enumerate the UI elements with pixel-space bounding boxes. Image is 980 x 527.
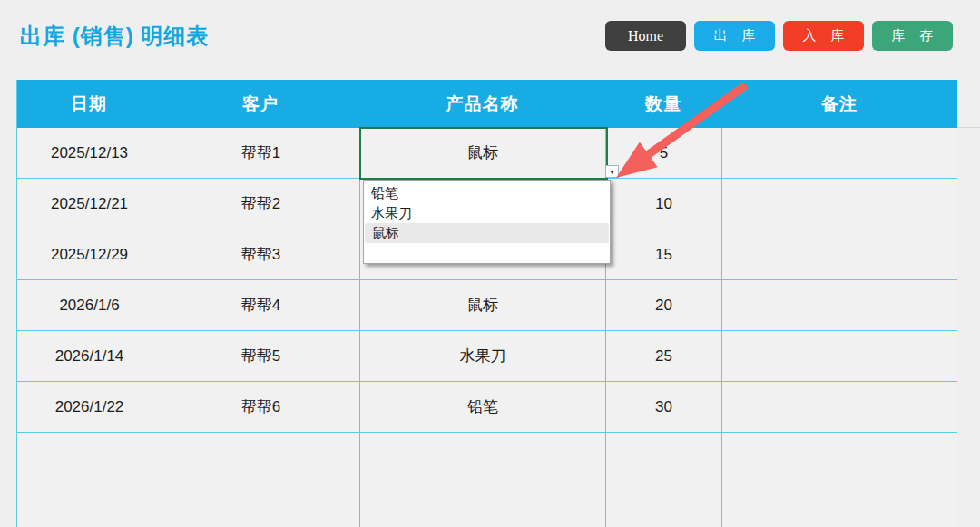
table-row (17, 433, 957, 483)
inbound-button[interactable]: 入 库 (783, 21, 864, 51)
cell-remark[interactable] (722, 433, 957, 483)
cell-product[interactable]: 鼠标 (360, 280, 606, 331)
gridline-stub (957, 127, 980, 128)
cell-product[interactable]: 鼠标 (360, 128, 606, 179)
detail-table: 日期 客户 产品名称 数量 备注 2025/12/13帮帮1鼠标52025/12… (16, 80, 957, 527)
cell-remark[interactable] (722, 483, 957, 527)
stock-button[interactable]: 库 存 (872, 21, 953, 51)
product-dropdown-list: 铅笔水果刀鼠标 (363, 180, 611, 264)
cell-quantity[interactable]: 25 (606, 331, 722, 382)
dropdown-item[interactable]: 铅笔 (364, 183, 610, 203)
cell-remark[interactable] (722, 331, 957, 382)
header-product[interactable]: 产品名称 (359, 80, 605, 128)
cell-quantity[interactable]: 10 (606, 179, 722, 229)
cell-dropdown-button[interactable]: ▼ (605, 165, 619, 178)
table-row: 2026/1/14帮帮5水果刀25 (17, 331, 957, 382)
cell-date[interactable]: 2025/12/21 (17, 179, 162, 229)
header-date[interactable]: 日期 (16, 80, 162, 128)
cell-customer[interactable]: 帮帮1 (162, 128, 360, 179)
header-quantity[interactable]: 数量 (605, 80, 721, 128)
table-row (17, 483, 957, 527)
header-customer[interactable]: 客户 (162, 80, 359, 128)
cell-quantity[interactable]: 5 (606, 128, 722, 179)
home-button[interactable]: Home (605, 21, 686, 51)
outbound-button[interactable]: 出 库 (694, 21, 775, 51)
cell-quantity[interactable]: 20 (606, 280, 722, 331)
cell-product[interactable]: 水果刀 (360, 331, 606, 382)
dropdown-item[interactable]: 水果刀 (364, 203, 610, 223)
cell-quantity[interactable]: 30 (606, 382, 722, 433)
cell-customer[interactable] (162, 483, 360, 527)
cell-quantity[interactable] (606, 483, 722, 527)
cell-date[interactable]: 2025/12/29 (17, 229, 162, 280)
cell-remark[interactable] (722, 128, 957, 179)
nav-bar: Home 出 库 入 库 库 存 (605, 21, 953, 51)
cell-remark[interactable] (722, 229, 957, 280)
cell-remark[interactable] (722, 382, 957, 433)
cell-remark[interactable] (722, 280, 957, 331)
cell-date[interactable] (17, 433, 162, 483)
cell-product[interactable] (360, 433, 606, 483)
cell-product[interactable] (360, 483, 606, 527)
cell-customer[interactable]: 帮帮6 (162, 382, 360, 433)
cell-date[interactable]: 2026/1/6 (17, 280, 162, 331)
cell-customer[interactable]: 帮帮5 (162, 331, 360, 382)
table-header-row: 日期 客户 产品名称 数量 备注 (16, 80, 957, 128)
cell-customer[interactable]: 帮帮2 (162, 179, 360, 229)
cell-quantity[interactable] (606, 433, 722, 483)
header-remark[interactable]: 备注 (721, 80, 957, 128)
cell-date[interactable]: 2026/1/14 (17, 331, 162, 382)
cell-date[interactable]: 2026/1/22 (17, 382, 162, 433)
dropdown-item[interactable]: 鼠标 (365, 223, 609, 243)
cell-customer[interactable]: 帮帮4 (162, 280, 360, 331)
cell-quantity[interactable]: 15 (606, 229, 722, 280)
cell-product[interactable]: 铅笔 (360, 382, 606, 433)
cell-date[interactable]: 2025/12/13 (17, 128, 162, 179)
table-row: 2026/1/22帮帮6铅笔30 (17, 382, 957, 433)
cell-customer[interactable]: 帮帮3 (162, 229, 360, 280)
table-row: 2025/12/13帮帮1鼠标5 (17, 128, 957, 179)
cell-date[interactable] (17, 483, 162, 527)
page-title: 出库 (销售) 明细表 (20, 22, 209, 51)
cell-remark[interactable] (722, 179, 957, 229)
table-row: 2026/1/6帮帮4鼠标20 (17, 280, 957, 331)
cell-customer[interactable] (162, 433, 360, 483)
